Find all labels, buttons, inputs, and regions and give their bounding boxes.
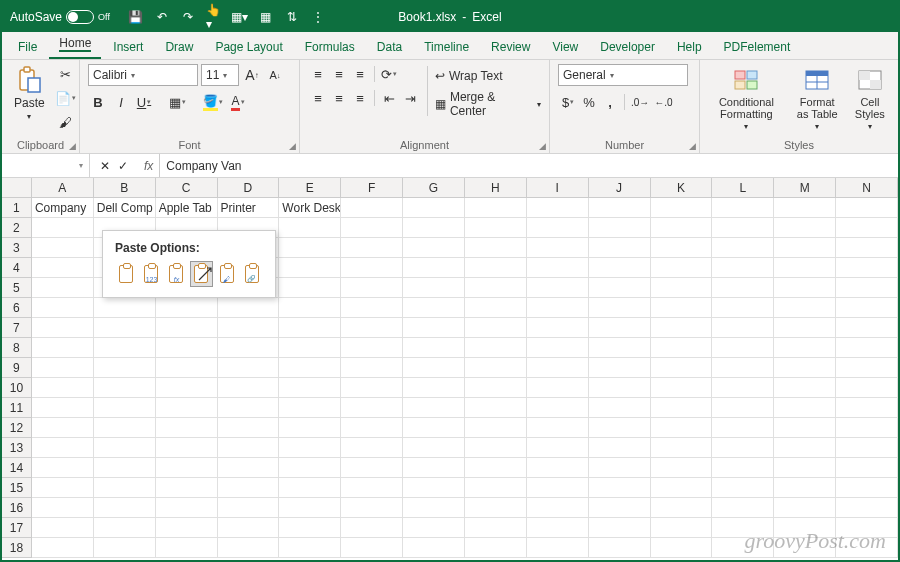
cell[interactable]: [279, 338, 341, 358]
cell[interactable]: [651, 298, 713, 318]
row-header[interactable]: 14: [2, 458, 32, 478]
cell[interactable]: [712, 498, 774, 518]
cell[interactable]: [279, 518, 341, 538]
cell[interactable]: [218, 298, 280, 318]
row-header[interactable]: 8: [2, 338, 32, 358]
cell[interactable]: [651, 538, 713, 558]
paste-option-transpose[interactable]: [190, 261, 213, 287]
cell[interactable]: [94, 358, 156, 378]
cell[interactable]: [465, 458, 527, 478]
cell[interactable]: [218, 318, 280, 338]
cell[interactable]: [712, 218, 774, 238]
cell[interactable]: [156, 518, 218, 538]
cell[interactable]: [527, 198, 589, 218]
cell[interactable]: [94, 438, 156, 458]
align-middle-button[interactable]: ≡: [329, 64, 349, 84]
cell[interactable]: [527, 218, 589, 238]
cell[interactable]: [32, 458, 94, 478]
cell[interactable]: [836, 358, 898, 378]
cell[interactable]: [279, 438, 341, 458]
cell[interactable]: [712, 258, 774, 278]
cell[interactable]: [403, 378, 465, 398]
undo-icon[interactable]: ↶: [154, 9, 170, 25]
cell[interactable]: Apple Tab: [156, 198, 218, 218]
cell[interactable]: [279, 418, 341, 438]
cell[interactable]: [589, 438, 651, 458]
cell[interactable]: [218, 338, 280, 358]
cell[interactable]: [279, 458, 341, 478]
cell[interactable]: [836, 498, 898, 518]
row-header[interactable]: 16: [2, 498, 32, 518]
cell[interactable]: [465, 378, 527, 398]
cell[interactable]: [218, 358, 280, 378]
cell[interactable]: [32, 398, 94, 418]
cell[interactable]: [836, 458, 898, 478]
tab-pdfelement[interactable]: PDFelement: [714, 35, 801, 59]
cell[interactable]: [465, 318, 527, 338]
cell[interactable]: [589, 538, 651, 558]
row-header[interactable]: 1: [2, 198, 32, 218]
wrap-text-button[interactable]: ↩Wrap Text: [435, 64, 541, 88]
cell[interactable]: [836, 418, 898, 438]
row-header[interactable]: 6: [2, 298, 32, 318]
cell[interactable]: [651, 458, 713, 478]
cell[interactable]: [32, 438, 94, 458]
cell[interactable]: [403, 518, 465, 538]
cell[interactable]: [589, 318, 651, 338]
decrease-indent-button[interactable]: ⇤: [379, 88, 399, 108]
cell[interactable]: [527, 418, 589, 438]
cell[interactable]: [712, 238, 774, 258]
cut-button[interactable]: ✂: [53, 64, 78, 84]
column-header[interactable]: C: [156, 178, 218, 198]
cell[interactable]: Company: [32, 198, 94, 218]
cell[interactable]: [836, 378, 898, 398]
tab-page-layout[interactable]: Page Layout: [205, 35, 292, 59]
cell[interactable]: [774, 418, 836, 438]
number-launcher-icon[interactable]: ◢: [689, 141, 696, 151]
tab-draw[interactable]: Draw: [155, 35, 203, 59]
cell[interactable]: [774, 498, 836, 518]
cell[interactable]: [279, 218, 341, 238]
cell[interactable]: [712, 278, 774, 298]
column-header[interactable]: M: [774, 178, 836, 198]
alignment-launcher-icon[interactable]: ◢: [539, 141, 546, 151]
cancel-formula-icon[interactable]: ✕: [100, 159, 110, 173]
row-header[interactable]: 10: [2, 378, 32, 398]
cell[interactable]: [774, 278, 836, 298]
cell[interactable]: [589, 518, 651, 538]
cell[interactable]: [774, 358, 836, 378]
tab-help[interactable]: Help: [667, 35, 712, 59]
cell[interactable]: [279, 258, 341, 278]
save-icon[interactable]: 💾: [128, 9, 144, 25]
cell[interactable]: [589, 338, 651, 358]
cell[interactable]: [156, 498, 218, 518]
cell[interactable]: [279, 498, 341, 518]
cell[interactable]: [774, 298, 836, 318]
cell[interactable]: [94, 418, 156, 438]
cell[interactable]: [32, 538, 94, 558]
row-header[interactable]: 7: [2, 318, 32, 338]
tab-data[interactable]: Data: [367, 35, 412, 59]
tab-home[interactable]: Home: [49, 31, 101, 59]
cell[interactable]: Dell Comp: [94, 198, 156, 218]
select-all-corner[interactable]: [2, 178, 32, 198]
cell[interactable]: [156, 378, 218, 398]
cell[interactable]: [465, 478, 527, 498]
cell[interactable]: [279, 478, 341, 498]
cell[interactable]: [712, 378, 774, 398]
tab-insert[interactable]: Insert: [103, 35, 153, 59]
cell[interactable]: [774, 238, 836, 258]
cell[interactable]: [465, 438, 527, 458]
cell[interactable]: [712, 358, 774, 378]
cell[interactable]: [651, 398, 713, 418]
cell[interactable]: [589, 198, 651, 218]
bold-button[interactable]: B: [88, 92, 108, 112]
cell[interactable]: [279, 238, 341, 258]
column-header[interactable]: J: [589, 178, 651, 198]
cell[interactable]: [403, 298, 465, 318]
cell[interactable]: [465, 518, 527, 538]
cell[interactable]: [279, 378, 341, 398]
align-center-button[interactable]: ≡: [329, 88, 349, 108]
cell[interactable]: [836, 278, 898, 298]
font-size-combo[interactable]: 11▾: [201, 64, 239, 86]
